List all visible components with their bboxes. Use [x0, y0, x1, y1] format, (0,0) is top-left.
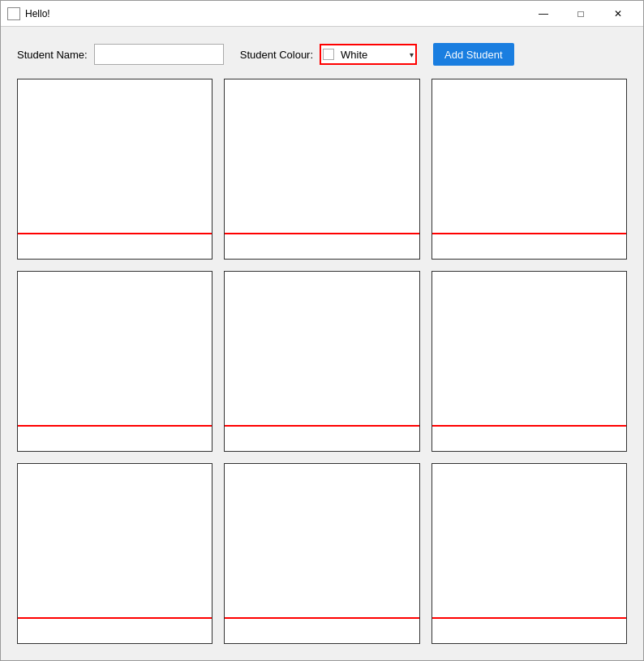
content-area: Student Name: Student Colour: White Red …	[1, 27, 643, 660]
card-content	[18, 464, 212, 617]
colour-label: Student Colour:	[240, 49, 313, 61]
window-controls: — □ ✕	[525, 1, 637, 27]
student-card	[17, 271, 213, 452]
window-title: Hello!	[25, 8, 50, 19]
colour-select[interactable]: White Red Blue Green Yellow Black	[320, 44, 417, 65]
student-card	[17, 79, 213, 260]
student-card	[431, 271, 627, 452]
student-grid	[17, 79, 627, 644]
card-footer	[432, 233, 626, 259]
minimize-button[interactable]: —	[525, 1, 562, 27]
card-content	[18, 272, 212, 425]
student-card	[224, 463, 419, 644]
title-bar-left: Hello!	[7, 7, 50, 20]
card-content	[18, 79, 212, 233]
add-student-button[interactable]: Add Student	[433, 43, 514, 66]
maximize-button[interactable]: □	[562, 1, 599, 27]
colour-select-wrapper: White Red Blue Green Yellow Black ▾	[320, 44, 417, 65]
card-content	[225, 79, 419, 233]
card-footer	[225, 617, 419, 643]
name-label: Student Name:	[17, 49, 88, 61]
card-footer	[432, 617, 626, 643]
app-icon	[7, 7, 20, 20]
card-footer	[18, 425, 212, 451]
toolbar: Student Name: Student Colour: White Red …	[17, 43, 627, 66]
student-card	[431, 79, 627, 260]
colour-field-group: Student Colour: White Red Blue Green Yel…	[240, 44, 417, 65]
student-card	[17, 463, 213, 644]
card-footer	[18, 617, 212, 643]
card-footer	[432, 425, 626, 451]
card-footer	[18, 233, 212, 259]
name-field-group: Student Name:	[17, 44, 224, 65]
student-card	[224, 79, 419, 260]
card-content	[225, 272, 419, 425]
card-content	[432, 79, 626, 233]
close-button[interactable]: ✕	[599, 1, 637, 27]
card-content	[432, 464, 626, 617]
card-footer	[225, 425, 419, 451]
card-footer	[225, 233, 419, 259]
card-content	[432, 272, 626, 425]
main-window: Hello! — □ ✕ Student Name: Student Colou…	[0, 0, 644, 661]
card-content	[225, 464, 419, 617]
student-name-input[interactable]	[94, 44, 224, 65]
title-bar: Hello! — □ ✕	[1, 1, 643, 27]
student-card	[431, 463, 627, 644]
student-card	[224, 271, 419, 452]
